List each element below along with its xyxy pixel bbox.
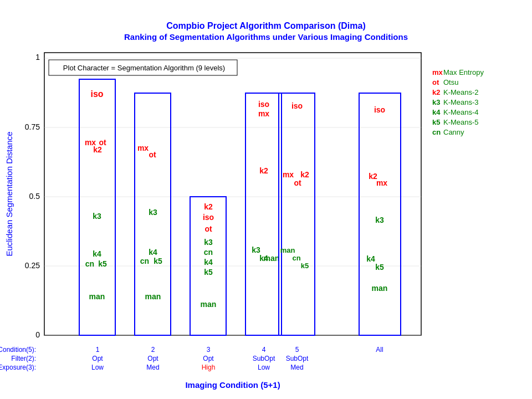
bar2-ot: ot [149,150,156,159]
y-tick-05: 0.5 [29,192,40,201]
cond5-num: 5 [295,346,299,354]
cond1-filter: Opt [92,355,103,362]
legend-k3-code: k3 [432,98,440,106]
bar5-iso: iso [291,101,303,110]
footer-filter-label: Filter(2): [11,355,36,362]
cond5-filter: SubOpt [286,355,309,362]
bar4-k2: k2 [259,166,268,175]
condall-num: All [376,346,383,354]
cond3-exposure: High [202,364,216,371]
legend-k2-code: k2 [432,88,440,96]
bar4-k3: k3 [252,245,260,254]
bar1-k5: k5 [98,259,107,268]
bar1-k3: k3 [93,212,101,221]
cond3-filter: Opt [203,355,214,362]
bar1-iso: iso [90,89,103,99]
bar5-k5: k5 [301,262,309,270]
y-tick-075: 0.75 [25,122,40,131]
legend-title: Plot Character = Segmentation Algorithm … [63,64,225,72]
bar3-man: man [201,300,217,309]
legend-k4-code: k4 [432,108,441,116]
bar5-cn: cn [292,254,300,262]
bar5-k2: k2 [300,170,309,179]
chart-container: Compbio Project Algorithm Comparison (Di… [0,0,532,399]
bar3-iso: iso [203,213,214,222]
y-tick-1: 1 [35,53,40,62]
bar3-k5: k5 [204,268,213,277]
cond4-num: 4 [262,346,266,354]
legend-cn-label: Canny [443,128,464,136]
bar3-k4: k4 [204,258,213,267]
legend-mx-code: mx [432,68,443,76]
bar5-mx: mx [283,170,294,179]
barall-mx: mx [376,178,387,187]
cond3-num: 3 [207,346,211,354]
title-line2: Ranking of Segmentation Algorithms under… [124,32,408,42]
bar1-k4: k4 [93,249,101,258]
bar3-cn: cn [204,248,213,257]
barall-k4: k4 [366,254,375,263]
legend-ot-code: ot [432,78,439,86]
footer-condition-label: Condition(5): [0,346,36,354]
bar2-k4: k4 [149,248,157,257]
bar3-ot: ot [204,224,212,233]
bar1-cn: cn [85,259,94,268]
barall-iso: iso [374,105,385,114]
bar1-man: man [89,292,105,301]
legend-cn-code: cn [432,128,441,136]
bar2-k5: k5 [154,257,162,265]
bar4-iso: iso [258,100,269,109]
cond4-exposure: Low [258,364,270,371]
barall-man: man [372,284,388,293]
bar2-k3: k3 [149,208,157,217]
bar4-mx: mx [258,109,269,118]
cond2-num: 2 [151,346,155,354]
cond1-num: 1 [96,346,100,354]
cond2-exposure: Med [146,364,159,371]
barall-k5: k5 [375,263,384,272]
cond2-filter: Opt [147,355,158,362]
barall-k3: k3 [375,216,384,224]
bar4-man: man [264,254,280,263]
x-axis-label: Imaging Condition (5+1) [185,380,280,390]
cond4-filter: SubOpt [253,355,275,362]
legend-mx-label: Max Entropy [443,68,484,76]
legend-k3-label: K-Means-3 [443,98,479,106]
bar3-k2: k2 [204,202,213,211]
legend-ot-label: Otsu [443,78,458,86]
bar2-cn: cn [140,257,149,265]
bar3-k3: k3 [204,238,213,247]
legend-k5-label: K-Means-5 [443,118,479,126]
title-line1: Compbio Project Algorithm Comparison (Di… [166,21,365,30]
y-tick-025: 0.25 [25,261,40,270]
legend-k5-code: k5 [432,118,440,126]
bar2-mx: mx [137,144,149,152]
legend-k2-label: K-Means-2 [443,88,479,96]
bar5-man: man [280,246,295,254]
footer-exposure-label: Exposure(3): [0,364,36,371]
cond1-exposure: Low [91,364,104,371]
cond5-exposure: Med [290,364,303,371]
legend-k4-label: K-Means-4 [443,108,479,116]
y-axis-label: Euclidean Segmentation Distance [4,131,14,256]
bar1-ot: ot [99,138,106,147]
bar5-ot: ot [294,178,301,187]
y-tick-0: 0 [35,330,40,339]
bar2-man: man [145,292,161,301]
